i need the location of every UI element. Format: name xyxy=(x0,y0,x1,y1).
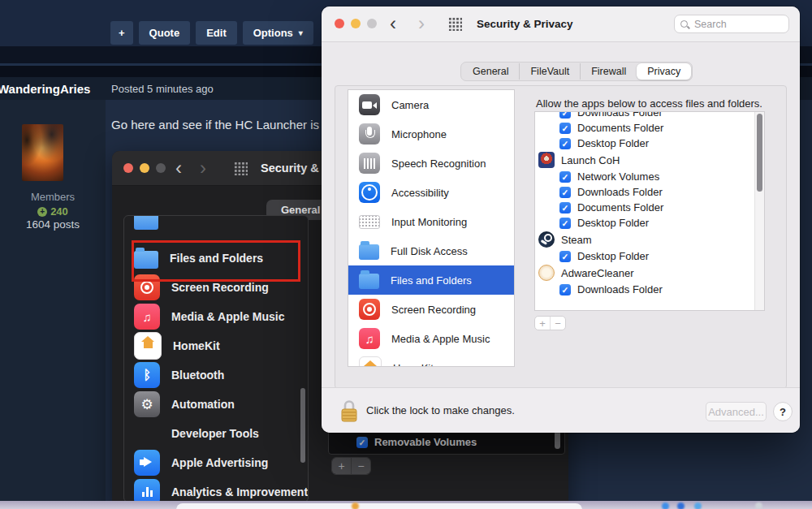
sidebar-item-accessibility[interactable]: Accessibility xyxy=(348,178,514,207)
checkbox-checked[interactable]: ✓ xyxy=(559,284,571,295)
remove-button[interactable]: − xyxy=(550,317,565,330)
tab-firewall[interactable]: Firewall xyxy=(580,63,637,80)
reputation-plus-icon: + xyxy=(37,207,47,217)
zoom-button[interactable] xyxy=(367,19,377,28)
folder-icon xyxy=(359,274,379,289)
folder-icon xyxy=(134,215,158,230)
checkbox-checked[interactable]: ✓ xyxy=(559,111,571,119)
search-icon xyxy=(680,20,688,28)
checkbox-checked[interactable]: ✓ xyxy=(559,138,571,149)
app-row-steam: Steam xyxy=(535,231,764,248)
permission-row: ✓ Desktop Folder xyxy=(535,215,764,231)
help-button[interactable]: ? xyxy=(773,402,793,421)
dock-icon-blob[interactable] xyxy=(352,503,359,509)
reputation-count: 240 xyxy=(50,205,68,218)
show-all-grid-icon[interactable] xyxy=(448,17,462,31)
tab-filevault[interactable]: FileVault xyxy=(519,63,580,80)
search-field[interactable] xyxy=(674,15,789,33)
sidebar-item-files-and-folders[interactable]: Files and Folders xyxy=(348,265,514,295)
sidebar-item-microphone[interactable]: Microphone xyxy=(348,119,514,149)
sidebar-item-full-disk-access[interactable]: Full Disk Access xyxy=(348,236,514,265)
quote-button[interactable]: Quote xyxy=(139,21,191,45)
window-title: Security & Privacy xyxy=(477,6,573,41)
dock-strip xyxy=(0,501,812,509)
zoom-button xyxy=(156,163,166,173)
dark-sidebar-list: Files and Folders Screen Recording ♫ Med… xyxy=(123,215,309,503)
back-button[interactable]: ‹ xyxy=(390,6,396,41)
adwarecleaner-app-icon xyxy=(538,265,555,281)
app-access-list: ✓ Downloads Folder ✓ Documents Folder ✓ … xyxy=(534,111,765,311)
add-button[interactable]: + xyxy=(535,317,550,330)
tab-privacy[interactable]: Privacy xyxy=(637,63,691,80)
sidebar-item-automation[interactable]: ⚙ Automation xyxy=(124,390,308,419)
dock-icon-blob[interactable] xyxy=(662,503,669,509)
sidebar-item-camera[interactable]: Camera xyxy=(348,90,514,119)
member-sidebar: Members + 240 1604 posts xyxy=(0,100,106,509)
empty-icon-slot xyxy=(134,421,160,446)
sidebar-item-screen-recording[interactable]: Screen Recording xyxy=(348,295,514,324)
sidebar-item-media-apple-music[interactable]: ♫ Media & Apple Music xyxy=(124,302,308,331)
sidebar-item-input-monitoring[interactable]: Input Monitoring xyxy=(348,207,514,236)
advanced-button[interactable]: Advanced... xyxy=(706,402,767,421)
titlebar[interactable]: ‹ › Security & Privacy xyxy=(322,6,800,42)
steam-app-icon xyxy=(538,231,555,248)
checkbox-checked[interactable]: ✓ xyxy=(559,187,571,198)
member-avatar[interactable] xyxy=(22,124,63,181)
scrollbar-thumb[interactable] xyxy=(757,114,762,192)
scrollbar-track[interactable] xyxy=(754,112,764,310)
add-button[interactable]: + xyxy=(332,458,351,474)
checkbox-checked[interactable]: ✓ xyxy=(559,171,571,183)
options-button[interactable]: Options ▾ xyxy=(243,21,313,45)
dock-bar[interactable] xyxy=(176,503,582,509)
sidebar-item-media-apple-music[interactable]: ♫ Media & Apple Music xyxy=(348,324,514,353)
home-icon xyxy=(359,356,382,367)
permission-row: ✓ Downloads Folder xyxy=(535,282,764,297)
search-input[interactable] xyxy=(693,18,783,31)
checkbox-checked[interactable]: ✓ xyxy=(559,251,571,262)
edit-button[interactable]: Edit xyxy=(196,21,237,45)
minimize-button[interactable] xyxy=(351,19,361,28)
sidebar-item-homekit[interactable]: HomeKit xyxy=(348,353,514,367)
member-reputation: + 240 xyxy=(0,205,106,218)
show-all-grid-icon xyxy=(234,162,248,175)
home-icon xyxy=(134,332,162,360)
multiquote-button[interactable]: + xyxy=(110,21,133,45)
tab-general[interactable]: General xyxy=(462,63,519,80)
bar-chart-icon xyxy=(134,479,160,503)
checkbox-checked[interactable]: ✓ xyxy=(559,123,571,134)
dock-icon-blob[interactable] xyxy=(694,503,702,509)
music-note-icon: ♫ xyxy=(134,304,160,330)
options-label: Options xyxy=(253,27,293,39)
close-button[interactable] xyxy=(335,19,344,28)
security-privacy-window: ‹ › Security & Privacy General FileVault… xyxy=(322,6,800,433)
remove-button[interactable]: − xyxy=(351,458,370,474)
checkbox-checked[interactable]: ✓ xyxy=(559,218,571,229)
app-row-adwarecleaner: AdwareCleaner xyxy=(535,264,764,282)
sidebar-item-bluetooth[interactable]: ᛒ Bluetooth xyxy=(124,360,308,390)
forum-toolbar: + Quote Edit Options ▾ xyxy=(110,21,313,45)
keyboard-icon xyxy=(359,215,380,229)
waveform-icon xyxy=(359,153,380,174)
sidebar-item-analytics[interactable]: Analytics & Improvements xyxy=(124,477,308,503)
lock-message: Click the lock to make changes. xyxy=(366,388,515,433)
sidebar-item-apple-advertising[interactable]: Apple Advertising xyxy=(124,448,308,477)
traffic-lights xyxy=(335,19,377,28)
sidebar-item-homekit[interactable]: HomeKit xyxy=(124,331,308,360)
dock-icon-blob[interactable] xyxy=(677,503,685,509)
annotation-red-box xyxy=(132,240,300,282)
post-author[interactable]: WanderingAries xyxy=(0,82,106,96)
dock-icon-blob[interactable] xyxy=(755,503,762,509)
launch-coh-app-icon xyxy=(538,152,555,168)
sidebar-item-developer-tools[interactable]: Developer Tools xyxy=(124,419,308,448)
checkbox-checked[interactable]: ✓ xyxy=(559,202,571,214)
tab-bar: General FileVault Firewall Privacy xyxy=(460,62,693,81)
gear-icon: ⚙ xyxy=(134,391,160,417)
checkbox-checked[interactable]: ✓ xyxy=(356,437,368,448)
dark-scrollbar-thumb[interactable] xyxy=(300,388,305,463)
close-button xyxy=(123,163,133,173)
permission-row: ✓ Documents Folder xyxy=(535,120,764,136)
forward-button[interactable]: › xyxy=(418,6,425,41)
sidebar-item-speech-recognition[interactable]: Speech Recognition xyxy=(348,149,514,178)
music-note-icon: ♫ xyxy=(359,328,380,349)
lock-icon[interactable] xyxy=(339,398,360,423)
